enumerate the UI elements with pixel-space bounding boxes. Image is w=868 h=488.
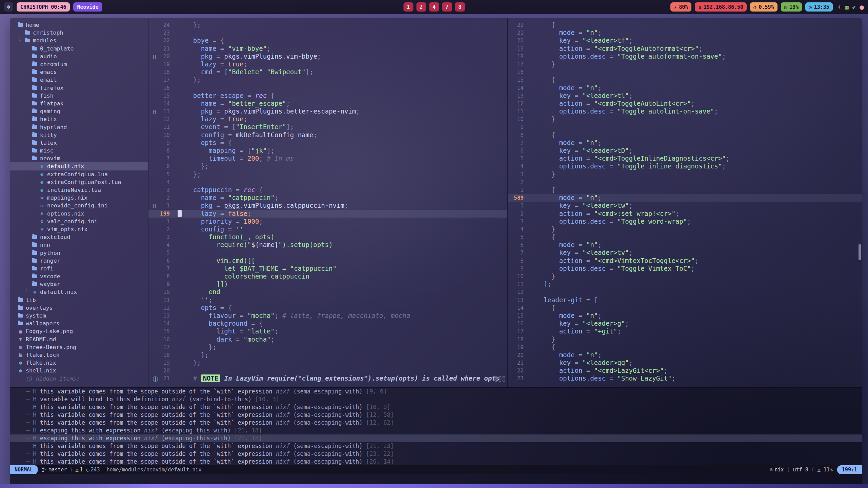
code-line[interactable]: 4 [148,178,507,186]
code-line[interactable]: 5 action = "<cmd>ToggleInlineDiagnostics… [508,155,862,162]
code-line[interactable]: H1 pkg = pkgs.vimPlugins.catppuccin-nvim… [148,202,507,209]
code-line[interactable]: 17 }; [148,343,507,351]
command-line[interactable] [10,474,862,484]
tree-item[interactable]: ❄options.nix [10,210,148,218]
code-line[interactable]: 10 end [148,288,507,296]
code-line[interactable]: 8 mapping = ["jk"]; [148,147,507,155]
code-line[interactable]: 12 lazy = true; [148,115,507,123]
code-line[interactable]: 12 action = "<cmd>ToggleAutoLint<cr>"; [508,100,862,107]
code-line[interactable]: 11 options.desc = "Toggle autolint-on-sa… [508,107,862,115]
code-line[interactable]: 22 action = "<cmd>LazyGit<cr>"; [508,367,862,374]
git-branch[interactable]: master [42,467,67,473]
quickfix-item[interactable]: ─ H this variable comes from the scope o… [10,442,862,450]
code-line[interactable]: 19 }; [148,359,507,367]
tree-item[interactable]: ⚙vale_config.ini [10,218,148,225]
tree-item[interactable]: christoph [10,29,148,37]
code-line[interactable]: 13 leader-git = [ [508,296,862,304]
code-line[interactable]: 15 light = "latte"; [148,327,507,335]
scrollbar-thumb[interactable] [859,244,861,260]
tree-item[interactable]: vscode [10,272,148,280]
code-line[interactable]: 2 config = '' [148,225,507,233]
code-line[interactable]: 20 mode = "n"; [508,351,862,359]
code-line[interactable]: 2 name = "catppuccin"; [148,194,507,202]
code-line[interactable]: 14 name = "better_escape"; [148,100,507,107]
workspace-button[interactable]: 1 [403,2,413,12]
tree-item[interactable]: ❄default.nix [10,162,148,170]
code-line[interactable]: 7 mode = "n"; [508,139,862,147]
code-line[interactable]: 9 options.desc = "Toggle Vimtex ToC"; [508,265,862,272]
code-line[interactable]: H13 pkg = pkgs.vimPlugins.better-escape-… [148,107,507,115]
tree-item[interactable]: helix [10,115,148,123]
code-line[interactable]: 17 action = "+git"; [508,327,862,335]
code-line[interactable]: 16 dark = "mocha"; [148,336,507,343]
quickfix-item[interactable]: ─ H this variable comes from the scope o… [10,458,862,466]
tree-item[interactable]: ●inclineNavic.lua [10,186,148,194]
tree-item[interactable]: nextcloud [10,233,148,241]
code-line[interactable]: 22 { [508,21,862,29]
quickfix-item[interactable]: ─ H escaping this with expression nixf (… [10,434,862,442]
code-line[interactable]: 7 timeout = 200; # In ms [148,155,507,162]
code-line[interactable]: 8 action = "<cmd>VimtexTocToggle<cr>"; [508,257,862,265]
code-line[interactable]: ⓘ21 # NOTE In LazyVim require("clang_ext… [148,374,507,382]
tree-item[interactable]: ❄vim_opts.nix [10,225,148,233]
check-icon[interactable]: ✔ [852,3,856,11]
tree-item[interactable]: firefox [10,84,148,92]
tree-item[interactable]: waybar [10,280,148,288]
code-line[interactable]: 5 { [508,233,862,241]
tree-item[interactable]: python [10,249,148,257]
code-line[interactable]: 199 lazy = false; [148,210,507,218]
tree-item[interactable]: flatpak [10,100,148,107]
tree-item[interactable]: ●extraConfigLuaPost.lua [10,178,148,186]
tree-item[interactable]: 0_template [10,45,148,53]
code-line[interactable]: 4 options.desc = "Toggle inline diagnost… [508,162,862,170]
code-line[interactable]: 3 catppuccin = rec { [148,186,507,194]
tree-item[interactable]: └❄default.nix [10,288,148,296]
code-line[interactable]: 15 better-escape = rec { [148,92,507,100]
code-line[interactable]: 7 let $BAT_THEME = "catppuccin" [148,265,507,272]
code-line[interactable]: 20 [148,367,507,374]
code-line[interactable]: 18 options.desc = "Toggle autoformat-on-… [508,53,862,60]
tree-item[interactable]: ▼README.md [10,336,148,343]
code-line[interactable]: 11 ''; [148,296,507,304]
tree-item[interactable]: emacs [10,68,148,76]
code-line[interactable]: 19 lazy = true; [148,60,507,68]
tree-item[interactable]: flake.lock [10,351,148,359]
code-line[interactable]: 6 vim.cmd([[ [148,257,507,265]
quickfix-item[interactable]: ─ H this variable comes from the scope o… [10,411,862,419]
keyboard-grid-icon[interactable]: ▦ [845,3,849,11]
user-dot-icon[interactable]: ● [860,3,864,11]
code-line[interactable]: 8 colorscheme catppuccin [148,272,507,280]
code-line[interactable]: 17 }; [148,76,507,84]
os-logo-button[interactable]: ❄ [4,2,13,12]
code-line[interactable]: 6 mode = "n"; [508,241,862,249]
quickfix-item[interactable]: ─ H this variable comes from the scope o… [10,388,862,395]
tree-item[interactable]: ⚙neovide_config.ini [10,202,148,209]
code-line[interactable]: 3 options.desc = "Toggle word-wrap"; [508,218,862,225]
tree-item[interactable]: lib [10,296,148,304]
lightbulb-icon[interactable]: ☼ [837,3,841,11]
code-line[interactable]: 1 key = "<leader>tw"; [508,202,862,209]
workspace-button[interactable]: 4 [429,2,439,12]
tree-item[interactable]: home [10,21,148,29]
quickfix-item[interactable]: ─ H variable will bind to this definitio… [10,395,862,403]
code-line[interactable]: 10 } [508,272,862,280]
tree-item[interactable]: email [10,76,148,84]
code-line[interactable]: 4 require("${name}").setup(opts) [148,241,507,249]
code-line[interactable]: 2 action = "<cmd>:set wrap!<cr>"; [508,210,862,218]
tree-item[interactable]: kitty [10,131,148,139]
code-line[interactable]: 20 key = "<leader>tf"; [508,37,862,44]
quickfix-item[interactable]: ─ H escaping this with expression nixf (… [10,427,862,434]
tree-item[interactable]: overlays [10,304,148,312]
code-line[interactable]: 6 }; [148,162,507,170]
tree-item[interactable]: ▦Foggy-Lake.png [10,327,148,335]
code-line[interactable]: 21 name = "vim-bbye"; [148,45,507,53]
code-line[interactable]: 9 opts = { [148,139,507,147]
code-line[interactable]: 1 { [508,186,862,194]
tree-item[interactable]: └modules [10,37,148,44]
code-line[interactable]: 18 } [508,336,862,343]
code-line[interactable]: 14 { [508,304,862,312]
code-line[interactable]: 18 }; [148,351,507,359]
tree-item[interactable]: rofi [10,265,148,272]
code-line[interactable]: 11 ]; [508,280,862,288]
code-line[interactable]: 13 key = "<leader>tl"; [508,92,862,100]
